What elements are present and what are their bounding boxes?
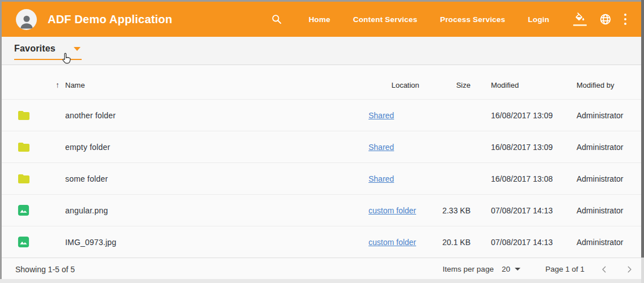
items-per-page-value: 20 <box>502 265 510 273</box>
modified-by: Administrator <box>577 206 639 215</box>
nav-item-content-services[interactable]: Content Services <box>353 10 418 29</box>
table-row[interactable]: another folder Shared 16/08/2017 13:09 A… <box>2 99 641 131</box>
modified-date: 07/08/2017 14:13 <box>471 238 577 247</box>
kebab-dot <box>624 23 626 25</box>
file-size: 20.1 KB <box>442 238 471 247</box>
modified-date: 07/08/2017 14:13 <box>471 206 577 215</box>
person-icon <box>18 13 35 30</box>
row-icon-cell <box>16 140 65 154</box>
location-link[interactable]: custom folder <box>368 206 416 215</box>
sort-ascending-icon[interactable]: ↑ <box>56 80 60 89</box>
column-header-modified-by: Modified by <box>577 81 639 89</box>
folder-icon <box>17 109 31 122</box>
location-link[interactable]: custom folder <box>368 238 416 247</box>
file-name[interactable]: another folder <box>65 111 368 120</box>
window-border-right-lower <box>641 258 644 283</box>
file-name[interactable]: empty folder <box>65 143 368 152</box>
adf-demo-app-window: ADF Demo Application Home Content Servic… <box>2 2 641 279</box>
modified-by: Administrator <box>577 111 639 120</box>
modified-by: Administrator <box>577 238 639 247</box>
next-page-button[interactable] <box>625 265 633 273</box>
kebab-dot <box>624 18 626 20</box>
items-per-page-label: Items per page <box>443 265 494 273</box>
window-border-bottom <box>0 279 644 283</box>
folder-icon <box>17 172 31 186</box>
folder-icon <box>17 140 31 154</box>
column-header-size: Size <box>442 81 471 89</box>
row-icon-cell <box>16 172 65 186</box>
header-actions: Home Content Services Process Services L… <box>271 10 626 29</box>
modified-date: 16/08/2017 13:09 <box>471 143 577 152</box>
table-row[interactable]: angular.png custom folder 2.33 KB 07/08/… <box>2 194 641 226</box>
row-icon-cell <box>16 109 65 122</box>
location-link[interactable]: Shared <box>368 174 394 183</box>
modified-date: 16/08/2017 13:08 <box>471 174 577 183</box>
nav-item-home[interactable]: Home <box>308 10 330 29</box>
file-name[interactable]: angular.png <box>65 206 368 215</box>
table-row[interactable]: empty folder Shared 16/08/2017 13:09 Adm… <box>2 131 641 162</box>
nav-item-login[interactable]: Login <box>528 10 549 29</box>
modified-date: 16/08/2017 13:09 <box>471 111 577 120</box>
row-icon-cell <box>16 204 65 217</box>
table-header-icon-cell: ↑ <box>16 80 65 89</box>
nav-item-process-services[interactable]: Process Services <box>440 10 505 29</box>
image-file-icon <box>17 235 30 248</box>
more-menu-button[interactable] <box>624 12 626 26</box>
color-fill-icon <box>574 12 586 24</box>
column-header-name[interactable]: Name <box>65 81 368 89</box>
globe-icon <box>599 13 612 25</box>
modified-by: Administrator <box>577 143 639 152</box>
row-icon-cell <box>16 235 65 248</box>
view-dropdown-label: Favorites <box>14 44 56 54</box>
location-link[interactable]: Shared <box>368 143 394 152</box>
column-header-modified: Modified <box>471 81 577 89</box>
file-size: 2.33 KB <box>442 206 471 215</box>
chevron-left-icon <box>600 265 608 273</box>
kebab-dot <box>624 14 626 16</box>
search-icon <box>271 14 282 25</box>
user-avatar <box>16 9 37 30</box>
window-border-right <box>641 0 644 258</box>
search-button[interactable] <box>271 14 282 25</box>
app-header: ADF Demo Application Home Content Servic… <box>2 2 641 37</box>
window-border-top <box>0 0 644 2</box>
file-name[interactable]: IMG_0973.jpg <box>65 238 368 247</box>
location-link[interactable]: Shared <box>368 111 394 120</box>
items-per-page-select[interactable]: 20 <box>502 265 520 273</box>
pagination-controls: Items per page 20 Page 1 of 1 <box>443 265 633 273</box>
view-selector-bar: Favorites <box>2 37 641 65</box>
app-title: ADF Demo Application <box>48 13 172 26</box>
modified-by: Administrator <box>577 174 639 183</box>
previous-page-button[interactable] <box>600 265 608 273</box>
table-row[interactable]: IMG_0973.jpg custom folder 20.1 KB 07/08… <box>2 226 641 258</box>
chevron-right-icon <box>625 265 633 273</box>
column-header-location: Location <box>368 81 442 89</box>
table-row[interactable]: some folder Shared 16/08/2017 13:08 Admi… <box>2 162 641 194</box>
select-caret-icon <box>515 268 520 271</box>
page-status-label: Page 1 of 1 <box>545 265 584 273</box>
table-header-row: ↑ Name Location Size Modified Modified b… <box>2 65 641 99</box>
file-name[interactable]: some folder <box>65 174 368 183</box>
view-dropdown[interactable]: Favorites <box>14 41 82 60</box>
dropdown-caret-icon <box>74 47 80 51</box>
showing-range-label: Showing 1-5 of 5 <box>15 265 75 274</box>
window-border-left <box>0 0 2 283</box>
pagination-bar: Showing 1-5 of 5 Items per page 20 Page … <box>2 258 641 279</box>
image-file-icon <box>17 204 30 217</box>
language-button[interactable] <box>599 13 612 25</box>
theme-color-bar <box>573 24 587 26</box>
theme-picker-button[interactable] <box>573 12 587 26</box>
